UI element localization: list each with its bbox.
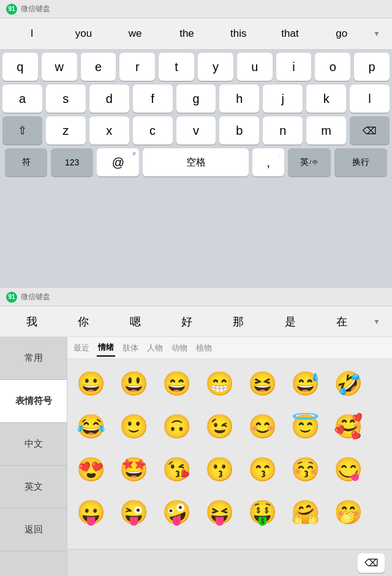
sidebar-changyong[interactable]: 常用 bbox=[0, 337, 67, 380]
key-shift[interactable]: ⇧ bbox=[2, 116, 42, 145]
emoji-kissing-closed[interactable]: 😚 bbox=[284, 449, 326, 490]
emoji-sug-en[interactable]: 嗯 bbox=[110, 314, 161, 329]
key-b[interactable]: b bbox=[219, 116, 259, 145]
key-v[interactable]: v bbox=[176, 116, 216, 145]
emoji-smiley[interactable]: 😃 bbox=[113, 363, 154, 404]
tab-renwu[interactable]: 人物 bbox=[146, 340, 164, 356]
tab-dongwu[interactable]: 动物 bbox=[170, 340, 189, 356]
emoji-suggestions-dropdown[interactable] bbox=[368, 317, 386, 326]
sidebar-zhongwen[interactable]: 中文 bbox=[0, 423, 67, 466]
suggestion-the[interactable]: the bbox=[161, 25, 213, 43]
key-r[interactable]: r bbox=[119, 53, 155, 81]
key-row-4: 符 123 # @ 空格 . , 英/ 中 换行 bbox=[2, 148, 390, 176]
tab-zhiti[interactable]: 肢体 bbox=[121, 340, 140, 356]
key-n[interactable]: n bbox=[263, 116, 303, 145]
top-keyboard: 91 微信键盘 l you we the this that go q w e … bbox=[0, 0, 392, 288]
emoji-joy[interactable]: 😂 bbox=[70, 406, 111, 447]
emoji-slightly-smiling[interactable]: 🙂 bbox=[113, 406, 154, 447]
emoji-kissing-smiling[interactable]: 😙 bbox=[241, 449, 283, 490]
emoji-winking-tongue[interactable]: 😜 bbox=[113, 491, 154, 533]
tab-qingxu[interactable]: 情绪 bbox=[97, 339, 115, 357]
key-w[interactable]: w bbox=[42, 53, 77, 81]
key-space[interactable]: 空格 bbox=[143, 148, 249, 176]
tab-zhiwu[interactable]: 植物 bbox=[195, 340, 213, 356]
emoji-footer: ⌫ bbox=[67, 549, 392, 576]
tab-zuijin[interactable]: 最近 bbox=[72, 340, 91, 356]
key-f[interactable]: f bbox=[133, 85, 173, 113]
emoji-sweat-smile[interactable]: 😅 bbox=[284, 363, 326, 404]
emoji-innocent[interactable]: 😇 bbox=[284, 406, 326, 447]
emoji-laughing[interactable]: 😆 bbox=[241, 363, 283, 404]
emoji-shushing[interactable]: 🤭 bbox=[327, 491, 369, 533]
suggestion-that[interactable]: that bbox=[264, 25, 315, 43]
suggestion-we[interactable]: we bbox=[110, 25, 161, 43]
emoji-stuck-out-tongue[interactable]: 😛 bbox=[70, 491, 111, 533]
key-delete[interactable]: ⌫ bbox=[350, 116, 390, 145]
suggestion-you[interactable]: you bbox=[58, 25, 109, 43]
emoji-upside-down[interactable]: 🙃 bbox=[156, 406, 197, 447]
emoji-body: 常用 表情符号 中文 英文 返回 最近 情绪 肢体 人物 动物 植物 😀 😃 😄 bbox=[0, 337, 392, 576]
emoji-smile[interactable]: 😄 bbox=[156, 363, 197, 404]
key-z[interactable]: z bbox=[46, 116, 86, 145]
emoji-sug-ni[interactable]: 你 bbox=[58, 314, 109, 329]
sidebar-yingwen[interactable]: 英文 bbox=[0, 466, 67, 509]
emoji-yum[interactable]: 😋 bbox=[327, 449, 369, 490]
emoji-kissing-heart[interactable]: 😘 bbox=[156, 449, 197, 490]
key-t[interactable]: t bbox=[159, 53, 194, 81]
key-m[interactable]: m bbox=[306, 116, 346, 145]
emoji-rofl[interactable]: 🤣 bbox=[327, 363, 369, 404]
key-p[interactable]: p bbox=[354, 53, 390, 81]
key-lang[interactable]: 英/ 中 bbox=[288, 148, 330, 176]
key-j[interactable]: j bbox=[263, 85, 303, 113]
emoji-sug-shi[interactable]: 是 bbox=[264, 314, 315, 329]
emoji-sidebar: 常用 表情符号 中文 英文 返回 bbox=[0, 337, 67, 576]
key-o[interactable]: o bbox=[315, 53, 350, 81]
emoji-keyboard: 91 微信键盘 我 你 嗯 好 那 是 在 常用 表情符号 中文 英文 返回 最… bbox=[0, 288, 392, 576]
key-y[interactable]: y bbox=[198, 53, 233, 81]
key-enter[interactable]: 换行 bbox=[334, 148, 387, 176]
key-row-1: q w e r t y u i o p bbox=[2, 53, 390, 81]
key-x[interactable]: x bbox=[89, 116, 129, 145]
emoji-wink[interactable]: 😉 bbox=[198, 406, 240, 447]
emoji-zany[interactable]: 🤪 bbox=[156, 491, 197, 533]
emoji-sug-wo[interactable]: 我 bbox=[6, 314, 58, 329]
key-q[interactable]: q bbox=[2, 53, 38, 81]
emoji-squinting-tongue[interactable]: 😝 bbox=[198, 491, 240, 533]
emoji-delete-btn[interactable]: ⌫ bbox=[358, 553, 385, 573]
sidebar-biaoqing[interactable]: 表情符号 bbox=[0, 380, 67, 423]
key-123[interactable]: 123 bbox=[51, 148, 93, 176]
suggestion-l[interactable]: l bbox=[6, 25, 58, 43]
key-c[interactable]: c bbox=[133, 116, 173, 145]
emoji-wechat-icon: 91 bbox=[6, 292, 17, 303]
emoji-kissing[interactable]: 😗 bbox=[198, 449, 240, 490]
suggestion-go[interactable]: go bbox=[316, 25, 368, 43]
emoji-star-struck[interactable]: 🤩 bbox=[113, 449, 154, 490]
suggestions-dropdown-arrow[interactable] bbox=[368, 29, 386, 38]
emoji-money-mouth[interactable]: 🤑 bbox=[241, 491, 283, 533]
key-comma[interactable]: . , bbox=[252, 148, 284, 176]
key-i[interactable]: i bbox=[276, 53, 312, 81]
key-e[interactable]: e bbox=[81, 53, 116, 81]
key-h[interactable]: h bbox=[219, 85, 259, 113]
suggestions-bar: l you we the this that go bbox=[0, 18, 392, 49]
sidebar-fanhui[interactable]: 返回 bbox=[0, 509, 67, 551]
key-u[interactable]: u bbox=[237, 53, 273, 81]
suggestion-this[interactable]: this bbox=[213, 25, 264, 43]
key-g[interactable]: g bbox=[176, 85, 216, 113]
emoji-sug-hao[interactable]: 好 bbox=[161, 314, 213, 329]
emoji-sug-zai[interactable]: 在 bbox=[316, 314, 368, 329]
key-k[interactable]: k bbox=[306, 85, 346, 113]
emoji-heart-eyes[interactable]: 😍 bbox=[70, 449, 111, 490]
emoji-grin[interactable]: 😁 bbox=[198, 363, 240, 404]
emoji-hugging[interactable]: 🤗 bbox=[284, 491, 326, 533]
emoji-smiling-hearts[interactable]: 🥰 bbox=[327, 406, 369, 447]
emoji-blush[interactable]: 😊 bbox=[241, 406, 283, 447]
key-at[interactable]: # @ bbox=[97, 148, 139, 176]
key-a[interactable]: a bbox=[2, 85, 42, 113]
emoji-grinning[interactable]: 😀 bbox=[70, 363, 111, 404]
key-s[interactable]: s bbox=[46, 85, 86, 113]
key-d[interactable]: d bbox=[89, 85, 129, 113]
key-l[interactable]: l bbox=[350, 85, 390, 113]
key-sym[interactable]: 符 bbox=[5, 148, 47, 176]
emoji-sug-na[interactable]: 那 bbox=[213, 314, 264, 329]
